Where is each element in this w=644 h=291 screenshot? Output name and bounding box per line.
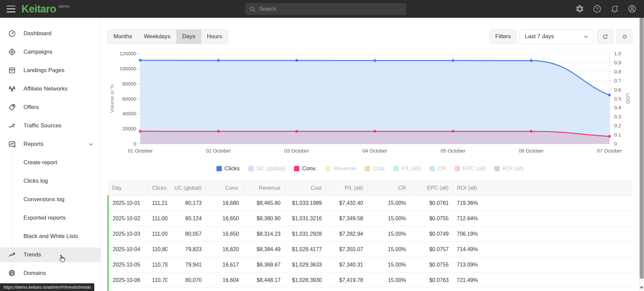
date-range-select[interactable]: Last 7 days [520, 29, 594, 44]
svg-text:$: $ [13, 105, 14, 107]
y-axis-right-tick: 0.8 [614, 69, 621, 74]
sidebar-item-domains[interactable]: Domains [0, 264, 100, 282]
chart-settings-button[interactable] [616, 29, 633, 44]
legend-item-cost[interactable]: Cost [365, 165, 385, 172]
table-row[interactable]: 2025-10-02111,0080,12416,650$8,380.90$1,… [108, 211, 633, 226]
sidebar-item-label: Conversions log [23, 196, 64, 203]
cell-clicks: 110,80 [148, 242, 167, 257]
sidebar-item-trends[interactable]: Trends [0, 247, 100, 262]
cell-day: 2025-10-06 [108, 273, 148, 288]
tab-days[interactable]: Days [176, 30, 201, 44]
cell-revenue: $8,314.23 [243, 226, 285, 242]
sidebar-item-traffic-sources[interactable]: Traffic Sources [0, 116, 100, 135]
scroll-down-arrow[interactable] [640, 287, 643, 289]
landing-pages-icon [8, 66, 16, 74]
table-row[interactable]: 2025-10-05110,7979,94116,617$8,369.67$1,… [108, 257, 633, 273]
search-box[interactable] [245, 3, 406, 15]
cell-cr: 15.00% [367, 242, 410, 257]
account-icon[interactable] [628, 4, 637, 13]
sidebar: DashboardCampaignsLandings PagesAffiliat… [0, 18, 101, 291]
tab-weekdays[interactable]: Weekdays [138, 30, 176, 44]
legend-item-revenue[interactable]: Revenue [325, 165, 356, 172]
column-header[interactable]: EPC (all) [410, 181, 453, 195]
legend-item-uc-global-[interactable]: UC (global) [248, 165, 285, 172]
toolbar: MonthsWeekdaysDaysHours Filters Last 7 d… [107, 29, 633, 44]
chevron-down-icon [88, 141, 94, 148]
chart-plot-area[interactable] [140, 54, 609, 144]
legend-item-p-l-all-[interactable]: P/L (all) [393, 165, 421, 172]
column-header[interactable]: Cost [285, 181, 326, 195]
table-row[interactable]: 2025-10-03111,0080,05716,650$8,314.23$1,… [108, 226, 633, 242]
tab-hours[interactable]: Hours [201, 30, 228, 44]
cell-revenue: $8,448.17 [243, 273, 285, 288]
column-header[interactable]: UC (global) [167, 181, 206, 195]
cell-roi-all-: 714.49% [453, 242, 633, 257]
sidebar-item-black-and-white-lists[interactable]: Black and White Lists [0, 227, 100, 245]
filters-button[interactable]: Filters [490, 29, 516, 44]
cell-cost: $1,028.3930 [285, 273, 326, 288]
column-header[interactable]: ROI (all) [453, 181, 633, 195]
sidebar-item-conversions-log[interactable]: Conversions log [0, 190, 100, 209]
table-row[interactable]: 2025-10-04110,8079,82316,620$8,384.49$1,… [108, 242, 633, 257]
column-header[interactable]: Clicks [148, 181, 167, 195]
refresh-button[interactable] [597, 29, 613, 44]
sidebar-item-label: Offers [23, 104, 39, 111]
trends-icon [8, 251, 16, 259]
cell-cr: 15.00% [367, 211, 410, 226]
table-row[interactable]: 2025-10-06110,7080,07016,604$8,448.17$1,… [108, 273, 633, 288]
settings-icon[interactable] [575, 4, 584, 13]
sidebar-item-reports[interactable]: Reports [0, 135, 100, 153]
sidebar-item-exported-reports[interactable]: Exported reports [0, 209, 100, 227]
cell-cost: $1,031.3216 [285, 211, 326, 226]
cell-cr: 15.00% [367, 226, 410, 242]
cell-epc-all-: $0.0757 [410, 242, 453, 257]
table-row[interactable]: 2025-10-01111,2180,17316,680$8,465.60$1,… [108, 195, 633, 211]
cell-uc-global-: 80,070 [167, 273, 206, 288]
column-header[interactable]: P/L (all) [326, 181, 367, 195]
legend-item-cr[interactable]: CR [430, 165, 446, 172]
search-input[interactable] [256, 6, 406, 12]
notifications-icon[interactable] [610, 4, 619, 13]
y-axis-right-title: USD [625, 93, 631, 104]
cell-p-l-all-: $7,282.94 [326, 226, 367, 242]
sidebar-item-label: Exported reports [23, 215, 66, 221]
cell-conv-: 16,650 [206, 226, 243, 242]
sidebar-item-offers[interactable]: $Offers [0, 98, 100, 116]
scrollbar-thumb[interactable] [640, 18, 644, 279]
sidebar-item-campaigns[interactable]: Campaigns [0, 43, 100, 61]
sidebar-item-label: Affiliate Networks [23, 85, 67, 92]
cell-cost: $1,033.1989 [285, 195, 326, 211]
column-header[interactable]: Conv. [206, 181, 243, 195]
sidebar-item-label: Landings Pages [23, 67, 64, 74]
legend-item-epc-all-[interactable]: EPC (all) [455, 165, 486, 172]
main-content: MonthsWeekdaysDaysHours Filters Last 7 d… [101, 18, 639, 291]
column-header[interactable]: Day [108, 181, 148, 195]
sidebar-item-affiliate-networks[interactable]: Affiliate Networks [0, 79, 100, 98]
legend-swatch [325, 166, 331, 171]
sidebar-item-landings-pages[interactable]: Landings Pages [0, 61, 100, 79]
legend-item-roi-all-[interactable]: ROI (all) [494, 165, 524, 172]
cell-day: 2025-10-05 [108, 257, 148, 273]
brand[interactable]: Keitaro demo [21, 2, 69, 16]
scrollbar[interactable] [639, 18, 644, 291]
cell-clicks: 111,00 [148, 211, 167, 226]
refresh-icon [602, 33, 609, 40]
legend-item-clicks[interactable]: Clicks [216, 165, 240, 172]
tab-months[interactable]: Months [108, 30, 138, 44]
sidebar-item-clicks-log[interactable]: Clicks log [0, 172, 100, 190]
column-header[interactable]: Revenue [243, 181, 285, 195]
cell-epc-all-: $0.0761 [410, 195, 453, 211]
legend-label: Clicks [225, 165, 240, 172]
topbar-actions: ? [575, 0, 637, 18]
sidebar-item-dashboard[interactable]: Dashboard [0, 24, 100, 43]
chart-legend: ClicksUC (global)Conv.RevenueCostP/L (al… [107, 165, 633, 172]
column-header[interactable]: CR [367, 181, 410, 195]
menu-toggle-icon[interactable] [7, 6, 15, 12]
cell-roi-all-: 713.09% [453, 257, 633, 273]
legend-item-conv-[interactable]: Conv. [294, 165, 316, 172]
sidebar-item-create-report[interactable]: Create report [0, 153, 100, 172]
cell-day: 2025-10-03 [108, 226, 148, 242]
y-axis-right-tick: 0.7 [614, 78, 621, 83]
help-icon[interactable]: ? [593, 4, 602, 13]
table-row[interactable]: 2025-10-0744,4844,4576,648$3,176.04$386.… [108, 288, 633, 291]
